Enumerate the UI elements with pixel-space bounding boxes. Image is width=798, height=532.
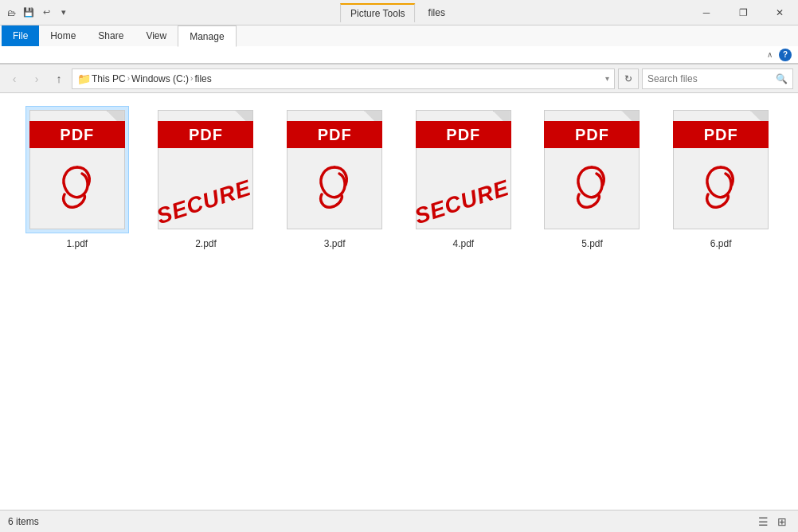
help-button[interactable]: ?	[779, 49, 792, 61]
pdf-banner: PDF	[416, 121, 511, 148]
pdf-icon: PDF	[544, 110, 640, 229]
address-bar: ‹ › ↑ 📁 This PC › Windows (C:) › files ▾…	[0, 65, 798, 93]
view-large-icon[interactable]: ⊞	[774, 514, 790, 530]
tab-file[interactable]: File	[2, 25, 39, 46]
search-icon[interactable]: 🔍	[776, 73, 788, 84]
up-button[interactable]: ↑	[49, 69, 68, 88]
quick-menu-icon[interactable]: ▾	[57, 6, 70, 19]
tab-share[interactable]: Share	[87, 25, 135, 46]
file-item-6[interactable]: PDF 6.pdf	[663, 106, 779, 249]
file-item-4[interactable]: PDF SECURE 4.pdf	[405, 106, 521, 249]
tab-manage[interactable]: Manage	[178, 25, 236, 47]
ribbon-collapse-button[interactable]: ∧	[764, 49, 776, 61]
pdf-banner: PDF	[158, 121, 253, 148]
address-path[interactable]: 📁 This PC › Windows (C:) › files ▾	[72, 68, 615, 89]
file-icon-wrap: PDF SECURE	[412, 106, 515, 233]
back-button[interactable]: ‹	[5, 69, 24, 88]
quick-save-icon[interactable]: 💾	[22, 6, 35, 19]
folder-icon: 📁	[77, 72, 90, 85]
view-details-icon[interactable]: ☰	[755, 514, 771, 530]
acrobat-logo	[287, 161, 382, 217]
forward-button[interactable]: ›	[27, 69, 46, 88]
path-windows-c: Windows (C:)	[131, 73, 189, 84]
ribbon: File Home Share View Manage ∧ ?	[0, 25, 798, 65]
file-label: 3.pdf	[324, 238, 346, 249]
title-bar: 🗁 💾 ↩ ▾ Picture Tools files ─ ❐ ✕	[0, 0, 798, 25]
view-icons: ☰ ⊞	[755, 514, 790, 530]
picture-tools-tab[interactable]: Picture Tools	[340, 3, 415, 22]
pdf-banner: PDF	[29, 121, 125, 148]
acrobat-logo	[544, 161, 640, 217]
ribbon-tabs: File Home Share View Manage	[0, 25, 798, 46]
main-area: PDF 1.pdf PDF SECURE 2.pdf	[0, 93, 798, 510]
path-dropdown-icon[interactable]: ▾	[605, 74, 609, 83]
file-icon-wrap: PDF	[669, 106, 773, 233]
title-bar-app-name: Picture Tools files	[340, 3, 458, 22]
path-files: files	[194, 73, 211, 84]
minimize-button[interactable]: ─	[688, 0, 725, 25]
tab-view[interactable]: View	[135, 25, 178, 46]
search-input[interactable]	[647, 73, 773, 84]
file-grid: PDF 1.pdf PDF SECURE 2.pdf	[13, 106, 785, 249]
file-label: 5.pdf	[581, 238, 603, 249]
pdf-icon: PDF SECURE	[416, 110, 511, 229]
pdf-banner: PDF	[287, 121, 382, 148]
file-item-5[interactable]: PDF 5.pdf	[534, 106, 650, 249]
file-icon-wrap: PDF	[25, 106, 129, 233]
search-box[interactable]: 🔍	[642, 68, 793, 89]
file-label: 4.pdf	[452, 238, 474, 249]
pdf-icon: PDF SECURE	[158, 110, 253, 229]
pdf-icon: PDF	[29, 110, 125, 229]
file-item-1[interactable]: PDF 1.pdf	[19, 106, 135, 249]
refresh-button[interactable]: ↻	[618, 68, 639, 89]
file-item-3[interactable]: PDF 3.pdf	[277, 106, 393, 249]
close-button[interactable]: ✕	[761, 0, 798, 25]
pdf-icon: PDF	[287, 110, 382, 229]
acrobat-logo	[673, 161, 769, 217]
pdf-banner: PDF	[673, 121, 769, 148]
acrobat-logo	[29, 161, 125, 217]
item-count: 6 items	[8, 516, 39, 527]
file-item-2[interactable]: PDF SECURE 2.pdf	[148, 106, 264, 249]
file-label: 6.pdf	[710, 238, 732, 249]
file-label: 2.pdf	[195, 238, 217, 249]
tab-home[interactable]: Home	[39, 25, 87, 46]
file-icon-wrap: PDF	[540, 106, 643, 233]
ribbon-content: ∧ ?	[0, 46, 798, 64]
pdf-icon: PDF	[673, 110, 769, 229]
path-this-pc: This PC	[92, 73, 126, 84]
path-chevron-2: ›	[190, 74, 193, 83]
file-icon-wrap: PDF SECURE	[154, 106, 257, 233]
undo-icon[interactable]: ↩	[40, 6, 53, 19]
status-bar: 6 items ☰ ⊞	[0, 510, 798, 532]
path-chevron-1: ›	[127, 74, 130, 83]
pdf-banner: PDF	[544, 121, 640, 148]
title-bar-controls: ─ ❐ ✕	[688, 0, 798, 25]
restore-button[interactable]: ❐	[725, 0, 761, 25]
title-bar-quick-access: 🗁 💾 ↩ ▾	[5, 6, 70, 19]
file-label: 1.pdf	[66, 238, 88, 249]
file-icon-wrap: PDF	[283, 106, 386, 233]
window-icon: 🗁	[5, 6, 18, 19]
window-title: files	[416, 4, 458, 22]
